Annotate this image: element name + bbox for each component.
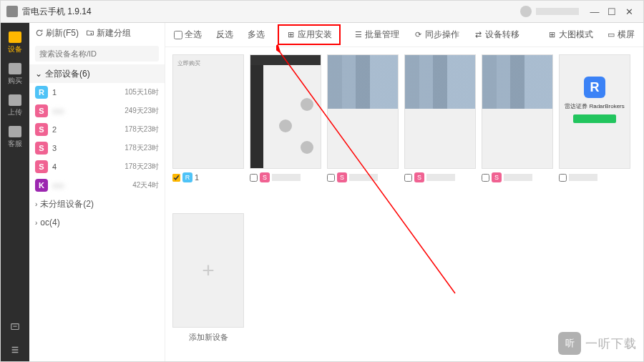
device-tile[interactable]: R 雷达证券 RadarBrokers bbox=[559, 54, 630, 185]
device-name: 1 bbox=[52, 88, 125, 97]
sync-icon: ⟳ bbox=[414, 30, 423, 39]
big-mode-button[interactable]: ⊞ 大图模式 bbox=[546, 26, 595, 44]
transfer-button[interactable]: ⇄ 设备转移 bbox=[472, 26, 521, 44]
select-all-checkbox[interactable] bbox=[174, 31, 182, 39]
titlebar: 雷电云手机 1.9.14 — ☐ ✕ bbox=[0, 0, 644, 23]
add-icon[interactable]: + bbox=[172, 213, 244, 328]
tile-checkbox[interactable] bbox=[172, 174, 180, 182]
batch-manage-button[interactable]: ☰ 批量管理 bbox=[352, 26, 401, 44]
refresh-label: 刷新(F5) bbox=[46, 27, 79, 39]
menu-icon[interactable] bbox=[9, 344, 21, 356]
tile-checkbox[interactable] bbox=[250, 174, 258, 182]
device-tile[interactable]: S bbox=[250, 54, 321, 185]
tile-checkbox[interactable] bbox=[482, 174, 489, 182]
device-name: 3 bbox=[52, 144, 125, 152]
sidebar-nav: 设备 购买 上传 客服 bbox=[1, 23, 29, 361]
tile-name-blur bbox=[569, 174, 597, 181]
label: 反选 bbox=[216, 29, 233, 41]
label: 横屏 bbox=[618, 29, 635, 41]
device-badge: R bbox=[35, 86, 48, 99]
watermark-icon: 听 bbox=[558, 332, 581, 355]
minimize-button[interactable]: — bbox=[586, 3, 603, 20]
support-icon bbox=[9, 126, 21, 137]
add-label: 添加新设备 bbox=[172, 332, 244, 343]
device-row[interactable]: S 4 178天23时 bbox=[29, 157, 165, 176]
landscape-button[interactable]: ▭ 横屏 bbox=[605, 26, 636, 44]
group-all-devices[interactable]: ⌄ 全部设备(6) bbox=[29, 64, 165, 83]
select-all[interactable]: 全选 bbox=[172, 26, 203, 44]
device-tile[interactable]: S bbox=[482, 54, 553, 185]
screen-preview[interactable]: R 雷达证券 RadarBrokers bbox=[559, 54, 630, 169]
device-badge: S bbox=[35, 123, 48, 136]
chevron-right-icon: › bbox=[35, 200, 37, 208]
device-row[interactable]: K xxx 42天4时 bbox=[29, 176, 165, 195]
search-box[interactable] bbox=[35, 46, 159, 62]
device-row[interactable]: S 3 178天23时 bbox=[29, 139, 165, 157]
multi-select[interactable]: 多选 bbox=[246, 26, 266, 44]
device-time: 178天23时 bbox=[125, 143, 159, 153]
search-input[interactable] bbox=[39, 49, 155, 58]
device-badge: S bbox=[35, 142, 48, 155]
maximize-button[interactable]: ☐ bbox=[603, 3, 620, 20]
device-badge: S bbox=[337, 172, 347, 182]
grid-large-icon: ⊞ bbox=[547, 30, 557, 39]
group-ungrouped[interactable]: › 未分组设备(2) bbox=[29, 195, 165, 213]
device-badge: S bbox=[492, 172, 502, 182]
close-button[interactable]: ✕ bbox=[620, 3, 638, 20]
label: 同步操作 bbox=[425, 29, 459, 41]
sync-button[interactable]: ⟳ 同步操作 bbox=[412, 26, 461, 44]
newgroup-button[interactable]: 新建分组 bbox=[86, 27, 131, 39]
screen-preview[interactable] bbox=[482, 54, 553, 169]
device-row[interactable]: S 2 178天23时 bbox=[29, 120, 165, 139]
main-toolbar: 全选 反选 多选 ⊞ 应用安装 ☰ 批量管理 ⟳ 同步操作 ⇄ 设备转移 bbox=[165, 23, 643, 47]
nav-label: 上传 bbox=[8, 107, 22, 117]
device-badge: S bbox=[35, 160, 48, 173]
nav-support[interactable]: 客服 bbox=[1, 122, 29, 153]
screen-preview[interactable]: 立即购买 bbox=[172, 54, 244, 169]
folder-plus-icon bbox=[86, 29, 94, 37]
device-row[interactable]: S xxx 249天23时 bbox=[29, 102, 165, 120]
nav-upload[interactable]: 上传 bbox=[1, 90, 29, 122]
nav-devices[interactable]: 设备 bbox=[1, 27, 29, 59]
device-tile[interactable]: S bbox=[404, 54, 476, 185]
device-row[interactable]: R 1 105天16时 bbox=[29, 83, 165, 102]
tile-name-blur bbox=[504, 174, 532, 181]
tile-checkbox[interactable] bbox=[404, 174, 412, 182]
nav-label: 设备 bbox=[8, 44, 22, 54]
group-oc[interactable]: › oc(4) bbox=[29, 213, 165, 232]
message-icon[interactable] bbox=[9, 321, 21, 333]
avatar[interactable] bbox=[520, 6, 532, 17]
add-device-tile[interactable]: + 添加新设备 bbox=[172, 213, 244, 343]
tile-checkbox[interactable] bbox=[559, 174, 567, 182]
device-name: xxx bbox=[52, 107, 125, 115]
radar-logo-icon: R bbox=[584, 77, 605, 98]
tile-name-blur bbox=[426, 174, 455, 181]
screen-preview[interactable] bbox=[404, 54, 476, 169]
refresh-button[interactable]: 刷新(F5) bbox=[35, 27, 79, 39]
label: 批量管理 bbox=[365, 29, 399, 41]
radar-text: 雷达证券 RadarBrokers bbox=[560, 102, 630, 110]
device-grid: 立即购买 R 1 bbox=[165, 47, 643, 361]
device-name: 2 bbox=[52, 125, 125, 134]
screen-preview[interactable] bbox=[250, 54, 321, 169]
panel-toolbar: 刷新(F5) 新建分组 bbox=[29, 23, 165, 43]
label: 应用安装 bbox=[298, 29, 332, 41]
grid-icon: ⊞ bbox=[286, 30, 296, 39]
device-name: 4 bbox=[52, 162, 125, 171]
radar-button bbox=[573, 114, 616, 123]
refresh-icon bbox=[35, 29, 44, 37]
btn-label: 立即购买 bbox=[177, 59, 200, 67]
device-tile[interactable]: S bbox=[327, 54, 399, 185]
invert-select[interactable]: 反选 bbox=[215, 26, 235, 44]
transfer-icon: ⇄ bbox=[474, 30, 483, 39]
label: 多选 bbox=[248, 29, 265, 41]
app-install-button[interactable]: ⊞ 应用安装 bbox=[278, 24, 341, 45]
label: 全选 bbox=[185, 29, 202, 41]
nav-buy[interactable]: 购买 bbox=[1, 59, 29, 90]
device-badge: S bbox=[414, 172, 424, 182]
device-tile[interactable]: 立即购买 R 1 bbox=[172, 54, 244, 185]
screen-preview[interactable] bbox=[327, 54, 399, 169]
tile-checkbox[interactable] bbox=[327, 174, 335, 182]
label: 大图模式 bbox=[559, 29, 593, 41]
group-label: 全部设备(6) bbox=[45, 68, 90, 80]
